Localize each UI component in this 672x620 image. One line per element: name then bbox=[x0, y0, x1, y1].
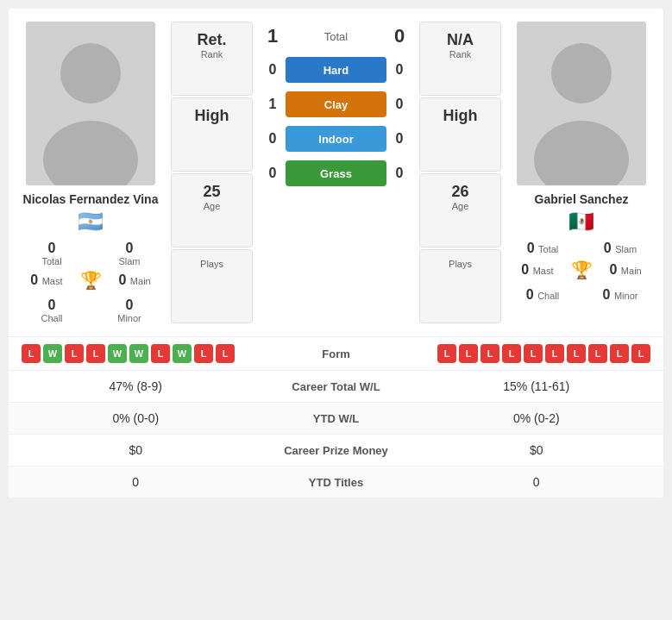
player-right-chall: 0 Chall bbox=[508, 287, 577, 303]
player-right-main: 0 Main bbox=[610, 262, 642, 278]
form-badge-left: L bbox=[86, 344, 105, 363]
player-right: Gabriel Sanchez 🇲🇽 0 Total 0 Slam 0 Mast… bbox=[508, 22, 655, 323]
player-left-trophy-row: 0 Mast 🏆 0 Main bbox=[30, 270, 150, 291]
form-badge-right: L bbox=[459, 344, 478, 363]
rank-right-box: N/A Rank bbox=[419, 22, 501, 96]
age-right-box: 26 Age bbox=[419, 173, 501, 247]
svg-point-1 bbox=[60, 43, 121, 103]
player-left-minor: 0 Minor bbox=[95, 297, 164, 323]
form-left-badges: LWLLWWLWLL bbox=[22, 344, 235, 363]
form-badge-right: L bbox=[610, 344, 629, 363]
stats-right-value: $0 bbox=[423, 443, 651, 457]
svg-point-4 bbox=[551, 43, 612, 103]
player-left-stats: 0 Total 0 Slam bbox=[17, 241, 164, 266]
middle-right-section: N/A Rank High 26 Age Plays bbox=[419, 22, 501, 323]
players-section: Nicolas Fernandez Vina 🇦🇷 0 Total 0 Slam… bbox=[9, 9, 663, 336]
clay-button[interactable]: Clay bbox=[286, 91, 386, 117]
stats-center-label: Career Prize Money bbox=[250, 444, 423, 457]
form-section: LWLLWWLWLL Form LLLLLLLLLL bbox=[9, 336, 663, 370]
stats-row: 47% (8-9)Career Total W/L15% (11-61) bbox=[9, 371, 663, 403]
form-badge-left: W bbox=[108, 344, 127, 363]
high-left-box: High bbox=[171, 97, 253, 172]
grass-row: 0 Grass 0 bbox=[260, 158, 412, 189]
stats-row: 0YTD Titles0 bbox=[9, 467, 663, 498]
form-badge-right: L bbox=[567, 344, 586, 363]
player-left-lower-stats: 0 Chall 0 Minor bbox=[17, 297, 164, 323]
player-right-flag: 🇲🇽 bbox=[568, 210, 594, 234]
stats-row: $0Career Prize Money$0 bbox=[9, 435, 663, 467]
player-right-name: Gabriel Sanchez bbox=[535, 192, 629, 206]
stats-left-value: 0% (0-0) bbox=[22, 411, 250, 425]
form-badge-right: L bbox=[480, 344, 499, 363]
form-badge-right: L bbox=[588, 344, 607, 363]
form-badge-left: L bbox=[65, 344, 84, 363]
player-left-main: 0 Main bbox=[119, 272, 151, 288]
center-section: 1 Total 0 0 Hard 0 1 Clay 0 0 Indoor 0 0 bbox=[260, 22, 412, 323]
form-label: Form bbox=[322, 348, 350, 360]
high-right-box: High bbox=[419, 97, 501, 172]
grass-button[interactable]: Grass bbox=[286, 160, 386, 186]
form-right-badges: LLLLLLLLLL bbox=[437, 344, 650, 363]
stats-right-value: 0% (0-2) bbox=[423, 411, 651, 425]
form-badge-left: W bbox=[129, 344, 148, 363]
player-left-chall: 0 Chall bbox=[17, 297, 86, 323]
form-badge-left: L bbox=[194, 344, 213, 363]
player-right-lower-stats: 0 Chall 0 Minor bbox=[508, 287, 655, 303]
indoor-button[interactable]: Indoor bbox=[286, 126, 386, 152]
player-right-mast: 0 Mast bbox=[521, 262, 553, 278]
stats-row: 0% (0-0)YTD W/L0% (0-2) bbox=[9, 403, 663, 435]
form-badge-left: L bbox=[151, 344, 170, 363]
form-badge-right: L bbox=[545, 344, 564, 363]
form-badge-left: L bbox=[216, 344, 235, 363]
form-badge-left: L bbox=[22, 344, 41, 363]
form-badge-right: L bbox=[502, 344, 521, 363]
trophy-right-icon: 🏆 bbox=[571, 260, 593, 280]
form-badge-right: L bbox=[631, 344, 650, 363]
player-right-total: 0 Total bbox=[508, 241, 577, 256]
player-left-avatar bbox=[26, 22, 155, 185]
hard-button[interactable]: Hard bbox=[286, 57, 386, 83]
player-right-stats: 0 Total 0 Slam bbox=[508, 241, 655, 256]
stats-table: 47% (8-9)Career Total W/L15% (11-61)0% (… bbox=[9, 370, 663, 498]
trophy-left-icon: 🏆 bbox=[80, 270, 102, 291]
form-badge-left: W bbox=[173, 344, 192, 363]
indoor-row: 0 Indoor 0 bbox=[260, 123, 412, 154]
stats-center-label: YTD W/L bbox=[250, 412, 423, 425]
player-left: Nicolas Fernandez Vina 🇦🇷 0 Total 0 Slam… bbox=[17, 22, 164, 323]
player-right-minor: 0 Minor bbox=[586, 287, 655, 303]
form-badge-right: L bbox=[524, 344, 543, 363]
stats-right-value: 0 bbox=[423, 475, 651, 489]
form-badge-left: W bbox=[43, 344, 62, 363]
player-right-trophy-row: 0 Mast 🏆 0 Main bbox=[521, 260, 641, 280]
stats-left-value: 0 bbox=[22, 475, 250, 489]
player-right-slam: 0 Slam bbox=[586, 241, 655, 256]
hard-row: 0 Hard 0 bbox=[260, 54, 412, 85]
plays-left-box: Plays bbox=[171, 249, 253, 323]
total-row: 1 Total 0 bbox=[260, 22, 412, 51]
middle-left-section: Ret. Rank High 25 Age Plays bbox=[171, 22, 253, 323]
rank-left-box: Ret. Rank bbox=[171, 22, 253, 96]
stats-left-value: 47% (8-9) bbox=[22, 379, 250, 393]
player-left-mast: 0 Mast bbox=[30, 272, 62, 288]
player-left-total: 0 Total bbox=[17, 241, 86, 266]
form-badge-right: L bbox=[437, 344, 456, 363]
plays-right-box: Plays bbox=[419, 249, 501, 323]
stats-center-label: YTD Titles bbox=[250, 476, 423, 489]
player-right-avatar bbox=[517, 22, 646, 185]
stats-center-label: Career Total W/L bbox=[250, 380, 423, 393]
age-left-box: 25 Age bbox=[171, 173, 253, 247]
clay-row: 1 Clay 0 bbox=[260, 89, 412, 120]
stats-right-value: 15% (11-61) bbox=[423, 379, 651, 393]
stats-left-value: $0 bbox=[22, 443, 250, 457]
player-left-slam: 0 Slam bbox=[95, 241, 164, 266]
player-left-name: Nicolas Fernandez Vina bbox=[23, 192, 159, 206]
player-left-flag: 🇦🇷 bbox=[78, 210, 104, 234]
